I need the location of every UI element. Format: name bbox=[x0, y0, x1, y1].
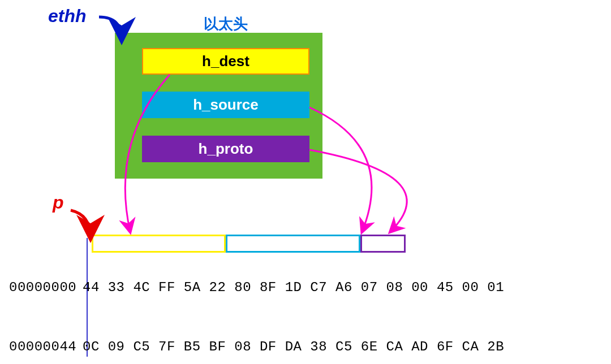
arrow-p-to-hex bbox=[71, 210, 91, 237]
field-h-proto: h_proto bbox=[142, 136, 309, 162]
hexdump-block: 0000000044 33 4C FF 5A 22 80 8F 1D C7 A6… bbox=[9, 238, 504, 364]
hex-highlight-proto bbox=[360, 235, 406, 253]
hex-highlight-source bbox=[226, 235, 360, 253]
hex-highlight-dest bbox=[92, 235, 226, 253]
label-p: p bbox=[53, 192, 64, 213]
label-ethh: ethh bbox=[48, 6, 87, 27]
field-h-source: h_source bbox=[142, 92, 309, 118]
hexdump-row: 000000440C 09 C5 7F B5 BF 08 DF DA 38 C5… bbox=[9, 337, 504, 357]
hexdump-row: 0000000044 33 4C FF 5A 22 80 8F 1D C7 A6… bbox=[9, 278, 504, 297]
field-h-dest: h_dest bbox=[142, 48, 309, 75]
struct-title: 以太头 bbox=[204, 14, 248, 34]
arrow-proto-to-hex bbox=[309, 150, 407, 232]
